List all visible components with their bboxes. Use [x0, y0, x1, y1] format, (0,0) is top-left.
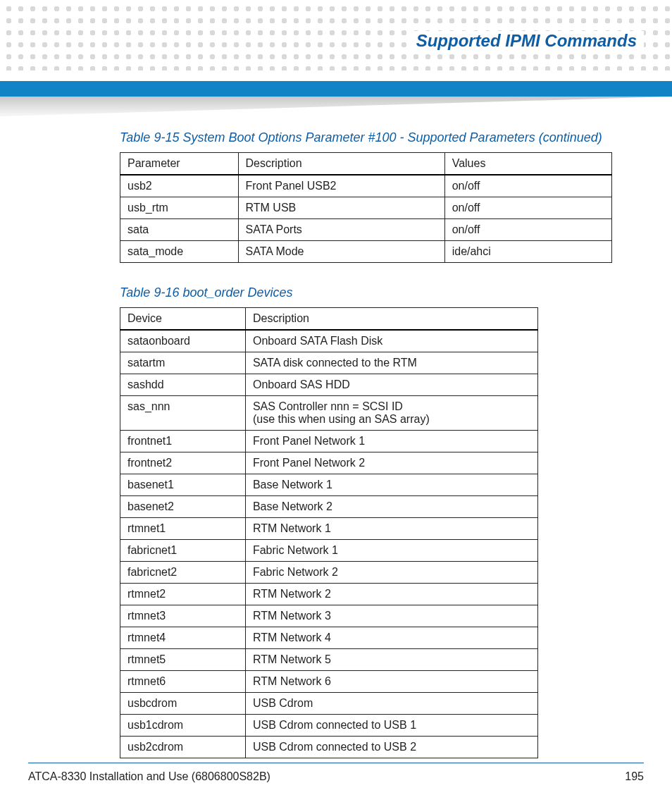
table-row: usb2 Front Panel USB2 on/off	[120, 175, 612, 197]
cell-values: on/off	[444, 197, 611, 219]
cell-device: fabricnet1	[120, 540, 246, 562]
col-parameter: Parameter	[120, 153, 239, 175]
table-row: usb1cdromUSB Cdrom connected to USB 1	[120, 715, 538, 737]
table-header-row: Device Description	[120, 308, 538, 331]
table-row: sataonboardOnboard SATA Flash Disk	[120, 330, 538, 352]
cell-description: RTM Network 2	[245, 584, 537, 605]
cell-device: rtmnet3	[120, 605, 246, 627]
cell-description: RTM Network 5	[245, 649, 537, 671]
cell-values: on/off	[444, 219, 611, 241]
table-row: basenet1Base Network 1	[120, 474, 538, 496]
cell-description: Front Panel USB2	[238, 175, 444, 197]
cell-description: Onboard SAS HDD	[245, 374, 537, 396]
cell-description: RTM Network 1	[245, 518, 537, 540]
cell-device: usb1cdrom	[120, 715, 246, 737]
col-description: Description	[238, 153, 444, 175]
cell-description: RTM Network 6	[245, 671, 537, 693]
header-blue-bar	[0, 81, 672, 97]
cell-description: SATA disk connected to the RTM	[245, 352, 537, 374]
cell-description: USB Cdrom connected to USB 1	[245, 715, 537, 737]
footer-doc-id: ATCA-8330 Installation and Use (6806800S…	[28, 770, 270, 783]
table-row: rtmnet3RTM Network 3	[120, 605, 538, 627]
table-row: basenet2Base Network 2	[120, 496, 538, 518]
cell-description: SAS Controller nnn = SCSI ID (use this w…	[245, 396, 537, 431]
cell-device: rtmnet1	[120, 518, 246, 540]
cell-device: fabricnet2	[120, 562, 246, 584]
cell-parameter: sata	[120, 219, 239, 241]
cell-device: frontnet1	[120, 431, 246, 452]
cell-device: sataonboard	[120, 330, 246, 352]
header-wedge	[0, 97, 672, 116]
cell-device: satartm	[120, 352, 246, 374]
cell-device: usbcdrom	[120, 693, 246, 715]
cell-description: RTM Network 4	[245, 627, 537, 649]
cell-description: RTM USB	[238, 197, 444, 219]
table-9-15-caption: Table 9-15 System Boot Options Parameter…	[120, 130, 612, 145]
table-row: sas_nnnSAS Controller nnn = SCSI ID (use…	[120, 396, 538, 431]
table-header-row: Parameter Description Values	[120, 153, 612, 175]
table-row: usbcdromUSB Cdrom	[120, 693, 538, 715]
cell-description: USB Cdrom	[245, 693, 537, 715]
table-row: rtmnet5RTM Network 5	[120, 649, 538, 671]
cell-description: RTM Network 3	[245, 605, 537, 627]
cell-device: basenet1	[120, 474, 246, 496]
table-row: usb_rtm RTM USB on/off	[120, 197, 612, 219]
table-row: sata_mode SATA Mode ide/ahci	[120, 241, 612, 263]
cell-description: Base Network 1	[245, 474, 537, 496]
cell-parameter: sata_mode	[120, 241, 239, 263]
table-row: sata SATA Ports on/off	[120, 219, 612, 241]
cell-description: Base Network 2	[245, 496, 537, 518]
table-9-15: Parameter Description Values usb2 Front …	[120, 152, 612, 263]
table-row: fabricnet2Fabric Network 2	[120, 562, 538, 584]
cell-device: rtmnet2	[120, 584, 246, 605]
page-content: Table 9-15 System Boot Options Parameter…	[120, 130, 612, 781]
cell-values: on/off	[444, 175, 611, 197]
cell-description: USB Cdrom connected to USB 2	[245, 737, 537, 758]
table-row: rtmnet4RTM Network 4	[120, 627, 538, 649]
cell-description: Front Panel Network 2	[245, 452, 537, 474]
page-section-title: Supported IPMI Commands	[409, 31, 644, 51]
cell-device: rtmnet5	[120, 649, 246, 671]
table-row: frontnet1Front Panel Network 1	[120, 431, 538, 452]
cell-description: Fabric Network 1	[245, 540, 537, 562]
col-values: Values	[444, 153, 611, 175]
table-row: rtmnet2RTM Network 2	[120, 584, 538, 605]
col-device: Device	[120, 308, 246, 331]
cell-device: sas_nnn	[120, 396, 246, 431]
table-row: usb2cdromUSB Cdrom connected to USB 2	[120, 737, 538, 758]
cell-description: Onboard SATA Flash Disk	[245, 330, 537, 352]
cell-parameter: usb2	[120, 175, 239, 197]
cell-device: rtmnet4	[120, 627, 246, 649]
table-9-16: Device Description sataonboardOnboard SA…	[120, 307, 538, 758]
cell-device: basenet2	[120, 496, 246, 518]
cell-device: frontnet2	[120, 452, 246, 474]
table-row: frontnet2Front Panel Network 2	[120, 452, 538, 474]
cell-values: ide/ahci	[444, 241, 611, 263]
table-row: rtmnet6RTM Network 6	[120, 671, 538, 693]
table-row: satartmSATA disk connected to the RTM	[120, 352, 538, 374]
col-description: Description	[245, 308, 537, 331]
cell-device: usb2cdrom	[120, 737, 246, 758]
table-9-16-caption: Table 9-16 boot_order Devices	[120, 285, 612, 300]
footer-page-number: 195	[625, 770, 644, 783]
cell-parameter: usb_rtm	[120, 197, 239, 219]
cell-device: sashdd	[120, 374, 246, 396]
cell-device: rtmnet6	[120, 671, 246, 693]
cell-description: SATA Mode	[238, 241, 444, 263]
page-footer: ATCA-8330 Installation and Use (6806800S…	[28, 763, 644, 783]
cell-description: SATA Ports	[238, 219, 444, 241]
table-row: sashddOnboard SAS HDD	[120, 374, 538, 396]
table-row: fabricnet1Fabric Network 1	[120, 540, 538, 562]
cell-description: Fabric Network 2	[245, 562, 537, 584]
cell-description: Front Panel Network 1	[245, 431, 537, 452]
table-row: rtmnet1RTM Network 1	[120, 518, 538, 540]
